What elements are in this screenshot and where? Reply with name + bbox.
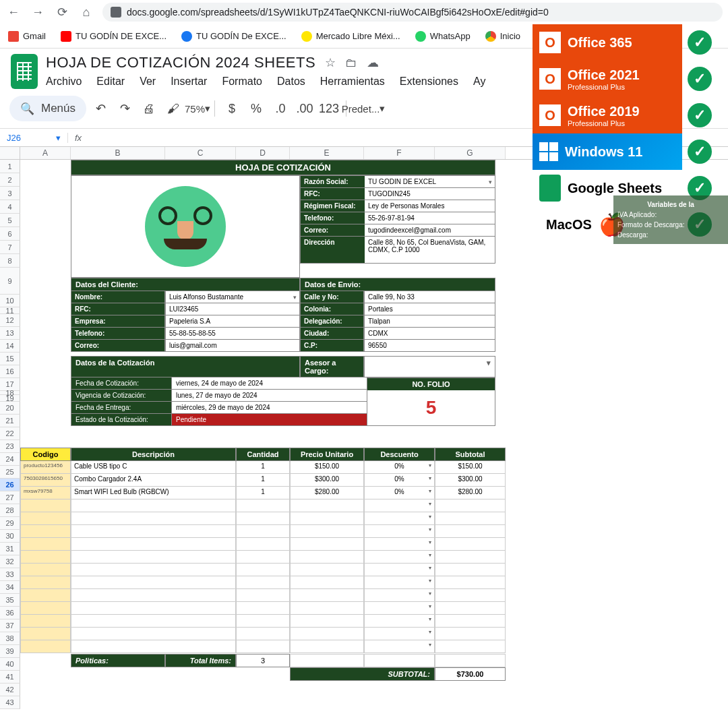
menu-extensiones[interactable]: Extensiones [400, 75, 458, 88]
regimen-cell[interactable]: Ley de Personas Morales [365, 200, 495, 212]
item-desc-cell[interactable] [71, 499, 236, 512]
item-discount-cell[interactable]: ▾ [364, 564, 435, 576]
item-discount-cell[interactable]: ▾ [364, 602, 435, 615]
row-header[interactable]: 36 [0, 607, 20, 619]
row-header[interactable]: 38 [0, 632, 20, 645]
row-header[interactable]: 28 [0, 504, 20, 517]
ship-cp-cell[interactable]: 96550 [364, 340, 495, 352]
row-header[interactable]: 43 [0, 696, 20, 709]
item-discount-cell[interactable]: 0%▾ [364, 474, 435, 487]
item-qty-cell[interactable] [236, 525, 290, 538]
item-subtotal-cell[interactable] [435, 564, 506, 576]
item-code-cell[interactable] [20, 576, 71, 589]
item-code-cell[interactable] [20, 628, 71, 640]
move-icon[interactable]: 🗀 [345, 56, 357, 70]
correo-cell[interactable]: tugodindeexcel@gmail.com [365, 224, 495, 236]
item-subtotal-cell[interactable] [435, 512, 506, 525]
item-discount-cell[interactable]: ▾ [364, 589, 435, 602]
item-price-cell[interactable] [290, 551, 364, 564]
row-header[interactable]: 9 [0, 268, 20, 295]
client-tel-cell[interactable]: 55-88-55-88-55 [165, 328, 300, 340]
item-discount-cell[interactable]: ▾ [364, 499, 435, 512]
item-discount-cell[interactable]: ▾ [364, 538, 435, 551]
item-desc-cell[interactable] [71, 602, 236, 615]
item-desc-cell[interactable] [71, 640, 236, 653]
item-desc-cell[interactable] [71, 512, 236, 525]
item-subtotal-cell[interactable] [435, 640, 506, 653]
column-header[interactable]: A [20, 147, 71, 159]
row-header[interactable]: 1 [0, 160, 20, 173]
item-price-cell[interactable] [290, 602, 364, 615]
item-subtotal-cell[interactable]: $300.00 [435, 474, 506, 487]
item-desc-cell[interactable]: Smart WIFI Led Bulb (RGBCW) [71, 487, 236, 499]
column-header[interactable]: E [290, 147, 364, 159]
item-desc-cell[interactable] [71, 628, 236, 640]
item-subtotal-cell[interactable] [435, 615, 506, 628]
column-header[interactable]: F [364, 147, 435, 159]
column-header[interactable]: D [236, 147, 290, 159]
item-price-cell[interactable] [290, 576, 364, 589]
client-empresa-cell[interactable]: Papeleria S.A [165, 315, 300, 328]
ship-ciudad-cell[interactable]: CDMX [364, 328, 495, 340]
fecha-cotizacion-cell[interactable]: viernes, 24 de mayo de 2024 [172, 377, 367, 390]
item-code-cell[interactable]: 7503028615650 [20, 474, 71, 487]
name-box[interactable]: J26▾ [0, 133, 67, 143]
row-header[interactable]: 11 [0, 307, 20, 314]
item-subtotal-cell[interactable] [435, 499, 506, 512]
item-code-cell[interactable] [20, 589, 71, 602]
row-header[interactable]: 3 [0, 187, 20, 200]
row-header[interactable]: 14 [0, 340, 20, 353]
menu-herramientas[interactable]: Herramientas [320, 75, 385, 88]
row-header[interactable]: 30 [0, 530, 20, 543]
item-price-cell[interactable] [290, 499, 364, 512]
column-header[interactable]: C [165, 147, 236, 159]
paint-format-button[interactable]: 🖌 [163, 98, 183, 119]
reload-button[interactable]: ⟳ [54, 4, 70, 20]
menu-insertar[interactable]: Insertar [171, 75, 207, 88]
row-header[interactable]: 40 [0, 658, 20, 671]
item-subtotal-cell[interactable] [435, 525, 506, 538]
forward-button[interactable]: → [30, 4, 46, 20]
item-qty-cell[interactable] [236, 615, 290, 628]
telefono-cell[interactable]: 55-26-97-81-94 [365, 212, 495, 224]
item-subtotal-cell[interactable] [435, 538, 506, 551]
item-subtotal-cell[interactable] [435, 576, 506, 589]
item-price-cell[interactable] [290, 512, 364, 525]
bookmark-facebook[interactable]: TU GODÍN De EXCE... [181, 31, 286, 42]
item-code-cell[interactable]: mxsw79758 [20, 487, 71, 499]
client-nombre-cell[interactable]: Luis Alfonso Bustamante▾ [165, 291, 300, 303]
row-header[interactable]: 34 [0, 581, 20, 594]
item-qty-cell[interactable] [236, 576, 290, 589]
item-price-cell[interactable] [290, 564, 364, 576]
item-discount-cell[interactable]: 0%▾ [364, 461, 435, 474]
row-header[interactable]: 13 [0, 327, 20, 340]
redo-button[interactable]: ↷ [115, 98, 135, 119]
row-header[interactable]: 7 [0, 241, 20, 254]
item-discount-cell[interactable]: ▾ [364, 576, 435, 589]
item-desc-cell[interactable] [71, 564, 236, 576]
row-header[interactable]: 23 [0, 440, 20, 453]
sheets-logo-icon[interactable] [11, 54, 38, 89]
row-header[interactable]: 12 [0, 314, 20, 327]
item-discount-cell[interactable]: ▾ [364, 512, 435, 525]
item-qty-cell[interactable] [236, 551, 290, 564]
row-header[interactable]: 19 [0, 395, 20, 402]
undo-button[interactable]: ↶ [90, 98, 111, 119]
item-desc-cell[interactable] [71, 538, 236, 551]
item-price-cell[interactable]: $300.00 [290, 474, 364, 487]
item-code-cell[interactable] [20, 615, 71, 628]
vigencia-cell[interactable]: lunes, 27 de mayo de 2024 [172, 390, 367, 402]
row-header[interactable]: 21 [0, 415, 20, 427]
item-discount-cell[interactable]: ▾ [364, 628, 435, 640]
format-123-button[interactable]: 123 [319, 98, 339, 119]
increase-decimal-button[interactable]: .00 [295, 98, 315, 119]
razon-social-cell[interactable]: TU GODIN DE EXCEL▾ [365, 176, 495, 187]
item-discount-cell[interactable]: ▾ [364, 615, 435, 628]
row-header[interactable]: 8 [0, 254, 20, 268]
item-code-cell[interactable] [20, 551, 71, 564]
row-header[interactable]: 2 [0, 173, 20, 187]
menu-ayuda[interactable]: Ay [473, 75, 485, 88]
item-desc-cell[interactable] [71, 589, 236, 602]
row-header[interactable]: 22 [0, 427, 20, 440]
row-header[interactable]: 25 [0, 466, 20, 479]
